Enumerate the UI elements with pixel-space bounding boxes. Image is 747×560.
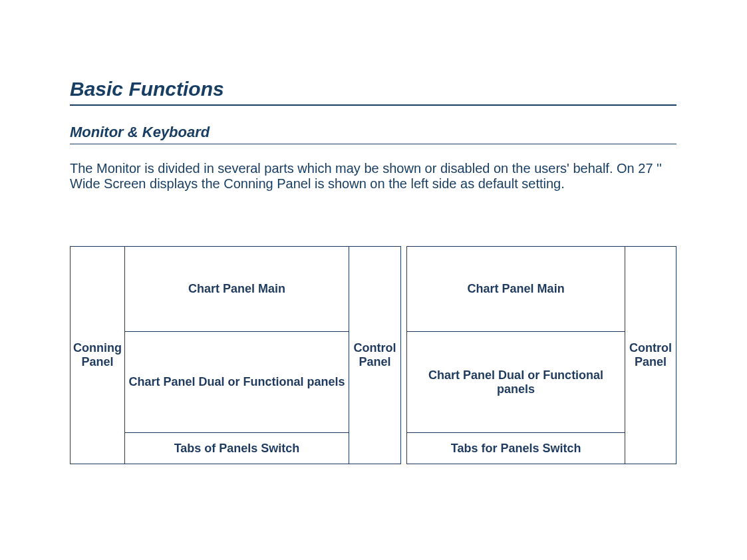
control-panel-cell: Control Panel [349, 247, 400, 464]
chart-panel-main-cell: Chart Panel Main [407, 247, 625, 332]
page: Basic Functions Monitor & Keyboard The M… [0, 0, 747, 560]
layout-center-stack: Chart Panel Main Chart Panel Dual or Fun… [125, 247, 349, 464]
chart-panel-dual-cell: Chart Panel Dual or Functional panels [407, 332, 625, 433]
page-title: Basic Functions [70, 78, 676, 106]
tabs-switch-cell: Tabs of Panels Switch [125, 433, 349, 464]
conning-panel-cell: Conning Panel [71, 247, 125, 464]
tabs-switch-cell: Tabs for Panels Switch [407, 433, 625, 464]
layout-widescreen: Conning Panel Chart Panel Main Chart Pan… [70, 246, 401, 464]
chart-panel-dual-cell: Chart Panel Dual or Functional panels [125, 332, 349, 433]
section-subtitle: Monitor & Keyboard [70, 124, 676, 144]
layout-center-stack: Chart Panel Main Chart Panel Dual or Fun… [407, 247, 625, 464]
control-panel-cell: Control Panel [625, 247, 676, 464]
layout-diagram: Conning Panel Chart Panel Main Chart Pan… [70, 246, 676, 464]
layout-standard: Chart Panel Main Chart Panel Dual or Fun… [406, 246, 676, 464]
body-paragraph: The Monitor is divided in several parts … [70, 161, 676, 192]
chart-panel-main-cell: Chart Panel Main [125, 247, 349, 332]
